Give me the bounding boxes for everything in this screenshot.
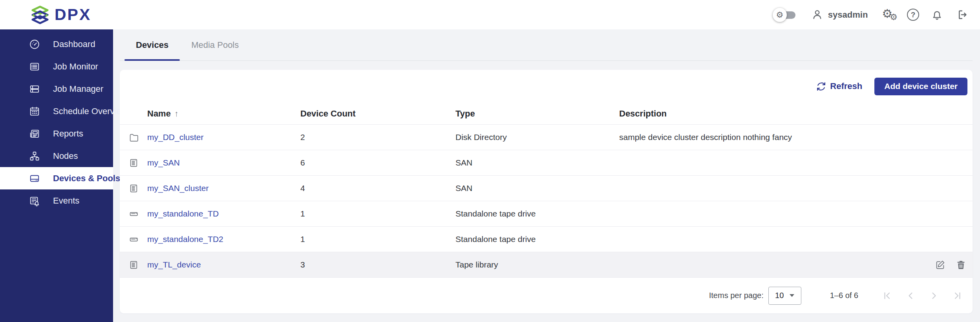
chevron-down-icon [790,294,794,297]
sidebar-item-job-monitor[interactable]: Job Monitor [0,55,113,78]
sort-asc-icon: ↑ [174,109,179,118]
account-menu[interactable]: sysadmin [811,9,868,21]
theme-toggle[interactable]: ⚙ [775,8,795,22]
device-name-link[interactable]: my_SAN [147,158,180,167]
column-header-name[interactable]: Name↑ [147,109,300,119]
table-row[interactable]: my_SAN_cluster 4 SAN [120,176,973,201]
device-count-cell: 2 [300,133,455,142]
refresh-label: Refresh [830,81,862,91]
tape-library-icon [120,158,147,168]
device-type-cell: Disk Directory [455,133,619,142]
delete-trash-icon[interactable] [956,260,966,270]
last-page-icon[interactable] [953,291,963,301]
sidebar-item-reports[interactable]: Reports [0,122,113,145]
settings-gears-icon[interactable]: ⚙ ⚙ [882,8,898,22]
events-icon [29,195,40,206]
device-type-cell: SAN [455,158,619,167]
device-name-link[interactable]: my_SAN_cluster [147,184,208,193]
dashboard-gauge-icon [29,39,40,50]
device-type-cell: SAN [455,184,619,193]
device-count-cell: 4 [300,184,455,193]
column-label: Name [147,109,171,118]
dpx-logo: DPX [31,5,91,24]
account-icon [811,9,823,21]
first-page-icon[interactable] [882,291,892,301]
top-bar: DPX ⚙ sysadmin ⚙ ⚙ ? [0,0,980,29]
table-row[interactable]: my_DD_cluster 2 Disk Directory sample de… [120,125,973,150]
device-type-cell: Standalone tape drive [455,209,619,218]
sidebar-item-label: Events [53,196,79,206]
tab-media-pools[interactable]: Media Pools [180,29,250,60]
next-page-icon[interactable] [929,291,939,301]
tape-library-icon [120,184,147,193]
sidebar-item-label: Dashboard [53,39,95,49]
sidebar-item-label: Reports [53,129,83,139]
top-bar-actions: ⚙ sysadmin ⚙ ⚙ ? [775,8,969,22]
device-name-link[interactable]: my_standalone_TD2 [147,235,223,244]
device-count-cell: 1 [300,235,455,244]
logout-icon[interactable] [956,9,969,21]
device-type-cell: Standalone tape drive [455,235,619,244]
sidebar-item-events[interactable]: Events [0,189,113,212]
refresh-button[interactable]: Refresh [816,81,862,91]
table-row[interactable]: my_standalone_TD2 1 Standalone tape driv… [120,227,973,252]
logo-text: DPX [55,5,91,24]
tab-label: Devices [136,40,168,50]
sidebar-item-schedule-overview[interactable]: Schedule Overview [0,100,113,122]
dpx-logo-stack-icon [31,5,49,24]
table-toolbar: Refresh Add device cluster [120,70,973,103]
dpx-app-window: DPX ⚙ sysadmin ⚙ ⚙ ? [0,0,980,322]
job-monitor-icon [29,61,40,72]
refresh-icon [816,82,826,91]
notifications-bell-icon[interactable] [931,9,943,21]
add-device-cluster-button[interactable]: Add device cluster [874,78,967,95]
help-icon[interactable]: ? [907,9,919,21]
column-label: Description [619,109,667,118]
sidebar-item-dashboard[interactable]: Dashboard [0,33,113,55]
devices-icon [29,173,40,184]
tab-bar: Devices Media Pools [120,29,973,61]
tab-devices[interactable]: Devices [124,29,180,60]
device-count-cell: 1 [300,209,455,218]
device-name-link[interactable]: my_TL_device [147,260,201,269]
edit-icon[interactable] [935,260,945,270]
gear-toggle-icon: ⚙ [773,8,787,22]
job-manager-icon [29,84,40,95]
sidebar-item-nodes[interactable]: Nodes [0,145,113,167]
column-header-device-count[interactable]: Device Count [300,109,455,119]
tape-library-icon [120,260,147,270]
nodes-icon [29,151,40,162]
device-name-link[interactable]: my_standalone_TD [147,209,219,218]
column-header-type[interactable]: Type [455,109,619,119]
sidebar-item-job-manager[interactable]: Job Manager [0,78,113,100]
table-row[interactable]: my_standalone_TD 1 Standalone tape drive [120,201,973,227]
sidebar-navigation: Dashboard Job Monitor Job Manager [0,29,113,322]
user-name: sysadmin [828,10,868,20]
device-name-link[interactable]: my_DD_cluster [147,133,204,142]
device-type-cell: Tape library [455,260,619,269]
table-pagination: Items per page: 10 1–6 of 6 [120,278,973,313]
device-count-cell: 6 [300,158,455,167]
column-header-description[interactable]: Description [619,109,921,119]
device-description-cell: sample device cluster description nothin… [619,133,921,142]
items-per-page-label: Items per page: [709,291,764,300]
devices-table: Name↑ Device Count Type Description my_D… [120,103,973,278]
folder-icon [120,133,147,142]
main-content: Devices Media Pools Refresh Add device c… [113,29,980,322]
table-row[interactable]: my_SAN 6 SAN [120,150,973,176]
gear-icon: ⚙ [890,13,898,22]
items-per-page-select[interactable]: 10 [768,287,801,305]
sidebar-item-label: Nodes [53,151,78,161]
table-row[interactable]: my_TL_device 3 Tape library [120,252,973,278]
sidebar-item-label: Job Monitor [53,62,98,72]
device-count-cell: 3 [300,260,455,269]
sidebar-item-label: Job Manager [53,84,103,94]
column-label: Device Count [300,109,356,118]
tape-drive-icon [120,235,147,244]
column-label: Type [455,109,475,118]
devices-panel: Refresh Add device cluster Name↑ Device … [120,70,973,313]
row-actions [921,260,973,270]
sidebar-item-devices-pools[interactable]: Devices & Pools [0,167,113,189]
sidebar-item-label: Devices & Pools [53,173,120,184]
previous-page-icon[interactable] [905,291,916,301]
